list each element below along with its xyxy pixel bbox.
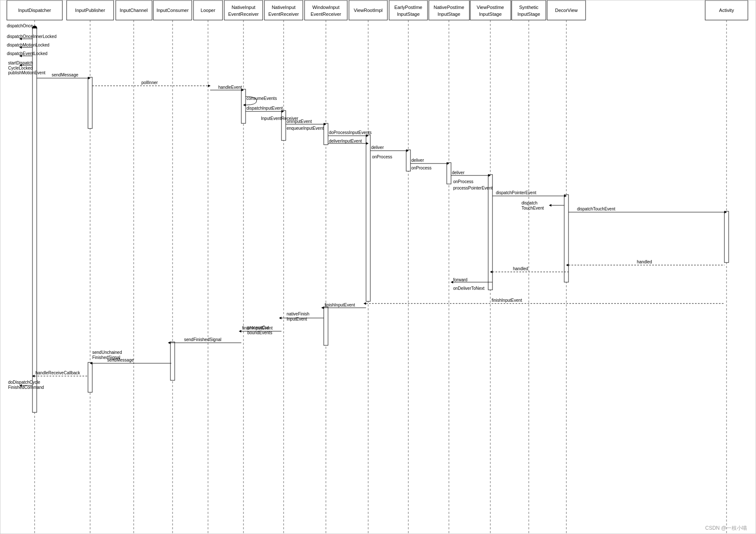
svg-rect-54 [32,28,37,412]
svg-rect-33 [547,0,586,20]
svg-text:deliver: deliver [371,145,384,150]
svg-text:dispatch: dispatch [522,201,537,205]
svg-rect-87 [324,123,328,145]
svg-rect-21 [389,0,428,20]
svg-marker-138 [363,302,366,305]
svg-text:onProcess: onProcess [411,166,431,170]
svg-marker-161 [90,362,92,365]
svg-marker-59 [19,46,22,49]
svg-text:Activity: Activity [719,8,734,13]
svg-marker-94 [366,134,369,137]
svg-text:EventReceiver: EventReceiver [311,12,341,17]
svg-text:FinishedCommand: FinishedCommand [8,385,44,390]
svg-marker-89 [324,123,326,125]
svg-text:sendFinishedSignal: sendFinishedSignal [184,337,221,342]
svg-text:deliver: deliver [411,158,424,163]
svg-text:processOut: processOut [247,325,269,330]
svg-text:deliver: deliver [452,170,465,175]
svg-marker-56 [19,38,22,40]
svg-marker-142 [321,306,324,309]
svg-text:publishMotionEvent: publishMotionEvent [8,70,45,75]
svg-text:InputDispatcher: InputDispatcher [18,8,51,13]
svg-rect-30 [512,0,546,20]
svg-text:onDeliverToNext: onDeliverToNext [453,286,485,291]
svg-rect-69 [88,77,92,128]
svg-text:startDispatch: startDispatch [8,61,33,65]
svg-text:dispatchOnceInnerLocked: dispatchOnceInnerLocked [7,34,56,39]
svg-text:ViewPostIme: ViewPostIme [477,5,504,10]
svg-marker-128 [566,264,568,266]
svg-rect-13 [264,0,303,20]
svg-marker-74 [208,85,211,87]
svg-rect-99 [406,150,410,171]
svg-marker-101 [406,149,409,152]
svg-text:Synthetic: Synthetic [519,5,539,10]
svg-marker-98 [366,142,369,145]
svg-marker-122 [549,204,551,207]
sequence-diagram: InputDispatcher InputPublisher InputChan… [0,0,756,534]
svg-marker-135 [451,281,453,283]
svg-rect-16 [305,0,347,20]
svg-text:CSDN @一枝小喵: CSDN @一枝小喵 [705,525,747,531]
svg-text:EventReceiver: EventReceiver [228,12,259,17]
svg-text:pollInner: pollInner [141,80,158,85]
svg-rect-6 [153,0,192,20]
svg-rect-82 [281,111,286,140]
svg-marker-66 [19,64,22,67]
svg-text:NativeInput: NativeInput [272,5,296,10]
svg-text:doDispatchCycle: doDispatchCycle [8,380,40,385]
svg-text:onInputEvent: onInputEvent [287,119,312,124]
svg-marker-78 [241,89,244,91]
svg-text:finishInputEvent: finishInputEvent [242,326,273,330]
svg-text:InputEventReceiver: InputEventReceiver [261,116,299,121]
svg-text:InputStage: InputStage [397,12,419,17]
svg-rect-10 [224,0,263,20]
svg-text:FinishedSignal: FinishedSignal [92,355,120,360]
svg-text:WindowInput: WindowInput [312,5,340,10]
svg-rect-92 [366,135,370,301]
svg-rect-4 [116,0,152,20]
svg-rect-35 [705,0,748,20]
svg-rect-76 [241,89,246,123]
svg-rect-159 [88,362,92,392]
svg-text:finishInputEvent: finishInputEvent [492,298,522,303]
svg-text:NativeInput: NativeInput [231,5,255,10]
svg-rect-19 [349,0,387,20]
svg-rect-109 [488,175,492,290]
svg-marker-131 [490,271,492,273]
svg-text:onProcess: onProcess [453,179,473,184]
svg-rect-153 [170,342,175,380]
svg-text:InputChannel: InputChannel [120,8,147,13]
svg-rect-123 [724,211,729,263]
svg-text:sendMessage: sendMessage [52,73,79,77]
svg-text:handleEvent: handleEvent [218,85,242,90]
svg-marker-62 [19,55,22,57]
svg-text:finishInputEvent: finishInputEvent [325,303,355,307]
svg-text:dispatchInputEvent: dispatchInputEvent [246,106,283,111]
svg-text:dispatchPointerEvent: dispatchPointerEvent [496,190,536,195]
svg-text:deliverInputEvent: deliverInputEvent [329,139,362,143]
svg-text:handleReceiveCallback: handleReceiveCallback [35,371,81,375]
svg-text:ViewRootImpl: ViewRootImpl [354,8,383,13]
svg-text:InputConsumer: InputConsumer [156,8,189,13]
svg-rect-8 [193,0,223,20]
svg-text:TouchEvent: TouchEvent [522,206,544,210]
svg-marker-111 [488,174,491,177]
svg-marker-155 [168,341,170,344]
svg-text:NativePostIme: NativePostIme [434,5,464,10]
svg-text:sendMessage: sendMessage [107,358,134,362]
svg-text:boundEvents: boundEvents [247,330,272,335]
svg-marker-147 [279,317,281,319]
svg-text:EventReceiver: EventReceiver [268,12,299,17]
svg-text:InputPublisher: InputPublisher [75,8,105,13]
svg-rect-27 [470,0,511,20]
svg-rect-24 [429,0,469,20]
svg-text:doProcessInputEvents: doProcessInputEvents [329,130,372,135]
svg-text:InputStage: InputStage [479,12,501,17]
svg-rect-115 [564,195,568,282]
svg-marker-151 [239,330,241,333]
svg-marker-117 [564,195,567,197]
svg-text:handled: handled [637,260,652,264]
svg-text:dispatchOnce: dispatchOnce [7,23,33,28]
svg-text:InputStage: InputStage [437,12,460,17]
